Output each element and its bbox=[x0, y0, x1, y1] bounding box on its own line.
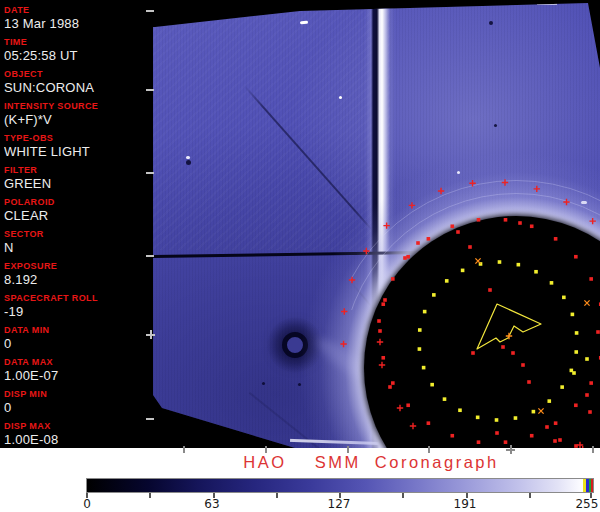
field-label: TYPE-OBS bbox=[4, 130, 150, 144]
field-value: SUN:CORONA bbox=[4, 80, 150, 96]
field-label: DATA MAX bbox=[4, 354, 150, 368]
field-value: 8.192 bbox=[4, 272, 150, 288]
top-edge-streak bbox=[358, 4, 392, 7]
colorbar-tick-label: 255 bbox=[575, 497, 598, 511]
metadata-field-intensity-source: INTENSITY SOURCE (K+F)*V bbox=[4, 98, 150, 130]
colorbar-tick bbox=[149, 493, 151, 498]
metadata-field-sector: SECTOR N bbox=[4, 226, 150, 258]
metadata-field-data-max: DATA MAX 1.00E-07 bbox=[4, 354, 150, 386]
metadata-field-time: TIME 05:25:58 UT bbox=[4, 34, 150, 66]
field-label: INTENSITY SOURCE bbox=[4, 98, 150, 112]
field-label: TIME bbox=[4, 34, 150, 48]
colorbar-gradient bbox=[87, 479, 593, 492]
field-value: N bbox=[4, 240, 150, 256]
field-value: GREEN bbox=[4, 176, 150, 192]
field-label: DATE bbox=[4, 2, 150, 16]
field-label: FILTER bbox=[4, 162, 150, 176]
metadata-field-filter: FILTER GREEN bbox=[4, 162, 150, 194]
colorbar-tick-label: 127 bbox=[328, 497, 351, 511]
colorbar-tick bbox=[529, 493, 531, 498]
dark-speck bbox=[186, 160, 191, 165]
field-value: -19 bbox=[4, 304, 150, 320]
bright-speck bbox=[186, 156, 190, 159]
metadata-field-date: DATE 13 Mar 1988 bbox=[4, 2, 150, 34]
field-label: DATA MIN bbox=[4, 322, 150, 336]
footer: HAO SMM Coronagraph 0 63 127 191 255 bbox=[0, 448, 600, 512]
field-value: 13 Mar 1988 bbox=[4, 16, 150, 32]
dark-speck bbox=[489, 21, 493, 25]
colorbar-tick-label: 191 bbox=[454, 497, 477, 511]
field-label: POLAROID bbox=[4, 194, 150, 208]
field-label: DISP MIN bbox=[4, 386, 150, 400]
smm-coronagraph-viewer: DATE 13 Mar 1988 TIME 05:25:58 UT OBJECT… bbox=[0, 0, 600, 512]
metadata-panel: DATE 13 Mar 1988 TIME 05:25:58 UT OBJECT… bbox=[0, 0, 150, 448]
top-edge-streak bbox=[424, 4, 450, 6]
field-value: 1.00E-07 bbox=[4, 368, 150, 384]
metadata-field-disp-max: DISP MAX 1.00E-08 bbox=[4, 418, 150, 450]
metadata-field-type-obs: TYPE-OBS WHITE LIGHT bbox=[4, 130, 150, 162]
colorbar-tick bbox=[402, 493, 404, 498]
metadata-field-exposure: EXPOSURE 8.192 bbox=[4, 258, 150, 290]
colorbar-tick bbox=[276, 493, 278, 498]
field-value: 0 bbox=[4, 336, 150, 352]
field-label: SPACECRAFT ROLL bbox=[4, 290, 150, 304]
field-label: SECTOR bbox=[4, 226, 150, 240]
metadata-field-data-min: DATA MIN 0 bbox=[4, 322, 150, 354]
metadata-field-object: OBJECT SUN:CORONA bbox=[4, 66, 150, 98]
image-viewport[interactable] bbox=[150, 0, 600, 448]
metadata-field-disp-min: DISP MIN 0 bbox=[4, 386, 150, 418]
bright-speck bbox=[339, 96, 342, 99]
image-title: HAO SMM Coronagraph bbox=[243, 453, 498, 472]
field-label: EXPOSURE bbox=[4, 258, 150, 272]
colorbar-marker-stripe bbox=[591, 479, 593, 492]
field-value: 0 bbox=[4, 400, 150, 416]
field-label: DISP MAX bbox=[4, 418, 150, 432]
field-value: 1.00E-08 bbox=[4, 432, 150, 448]
field-value: WHITE LIGHT bbox=[4, 144, 150, 160]
field-value: (K+F)*V bbox=[4, 112, 150, 128]
field-value: CLEAR bbox=[4, 208, 150, 224]
metadata-field-polaroid: POLAROID CLEAR bbox=[4, 194, 150, 226]
bright-speck bbox=[300, 21, 308, 24]
field-value: 05:25:58 UT bbox=[4, 48, 150, 64]
field-label: OBJECT bbox=[4, 66, 150, 80]
colorbar bbox=[86, 478, 594, 493]
metadata-field-spacecraft-roll: SPACECRAFT ROLL -19 bbox=[4, 290, 150, 322]
colorbar-tick-label: 63 bbox=[204, 497, 219, 511]
top-edge-streak bbox=[537, 3, 557, 5]
colorbar-tick-label: 0 bbox=[83, 497, 91, 511]
